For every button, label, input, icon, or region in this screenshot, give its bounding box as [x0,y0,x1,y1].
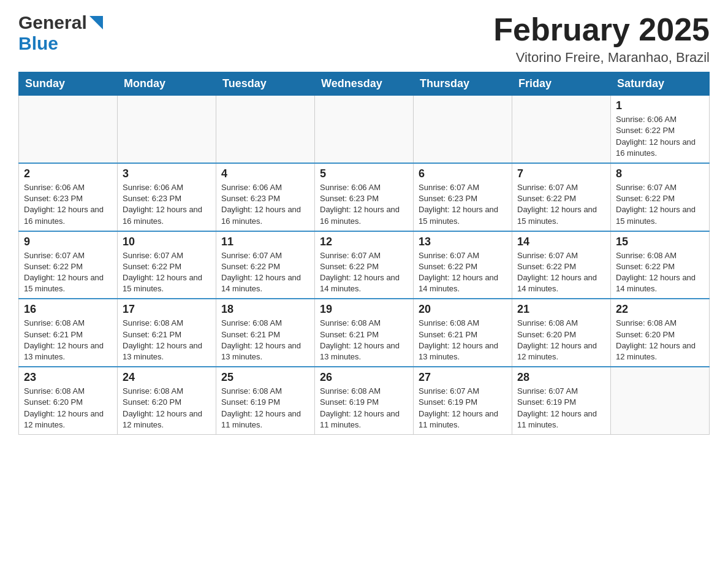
calendar-cell: 16Sunrise: 6:08 AM Sunset: 6:21 PM Dayli… [19,299,118,367]
day-info: Sunrise: 6:07 AM Sunset: 6:22 PM Dayligh… [517,182,605,227]
day-info: Sunrise: 6:06 AM Sunset: 6:23 PM Dayligh… [320,182,408,227]
svg-marker-0 [89,16,103,29]
day-number: 17 [123,303,211,316]
day-number: 6 [419,167,507,180]
day-number: 20 [419,303,507,316]
day-number: 7 [517,167,605,180]
day-info: Sunrise: 6:08 AM Sunset: 6:19 PM Dayligh… [320,386,408,431]
day-number: 28 [517,371,605,384]
calendar-cell: 28Sunrise: 6:07 AM Sunset: 6:19 PM Dayli… [512,367,611,434]
day-info: Sunrise: 6:07 AM Sunset: 6:22 PM Dayligh… [419,250,507,295]
day-number: 21 [517,303,605,316]
day-number: 9 [24,236,112,248]
calendar-body: 1Sunrise: 6:06 AM Sunset: 6:22 PM Daylig… [19,96,710,435]
day-info: Sunrise: 6:07 AM Sunset: 6:23 PM Dayligh… [419,182,507,227]
day-number: 13 [419,236,507,248]
logo-general-text: General [18,12,87,33]
calendar-week-5: 23Sunrise: 6:08 AM Sunset: 6:20 PM Dayli… [19,367,710,434]
day-info: Sunrise: 6:08 AM Sunset: 6:20 PM Dayligh… [123,386,211,431]
header-wednesday: Wednesday [315,72,414,96]
calendar-cell: 20Sunrise: 6:08 AM Sunset: 6:21 PM Dayli… [414,299,512,367]
day-number: 27 [419,371,507,384]
day-number: 15 [616,236,704,248]
calendar-cell: 2Sunrise: 6:06 AM Sunset: 6:23 PM Daylig… [19,163,118,231]
day-info: Sunrise: 6:07 AM Sunset: 6:22 PM Dayligh… [616,182,704,227]
calendar-cell: 6Sunrise: 6:07 AM Sunset: 6:23 PM Daylig… [414,163,512,231]
day-number: 5 [320,167,408,180]
day-info: Sunrise: 6:07 AM Sunset: 6:22 PM Dayligh… [24,250,112,295]
calendar-cell [216,96,315,163]
day-number: 18 [221,303,309,316]
calendar-cell: 21Sunrise: 6:08 AM Sunset: 6:20 PM Dayli… [512,299,611,367]
month-title: February 2025 [493,12,710,47]
header-tuesday: Tuesday [216,72,315,96]
day-header-row: Sunday Monday Tuesday Wednesday Thursday… [19,72,710,96]
header-thursday: Thursday [414,72,512,96]
calendar-week-2: 2Sunrise: 6:06 AM Sunset: 6:23 PM Daylig… [19,163,710,231]
calendar-cell: 11Sunrise: 6:07 AM Sunset: 6:22 PM Dayli… [216,231,315,299]
day-info: Sunrise: 6:08 AM Sunset: 6:21 PM Dayligh… [419,318,507,362]
calendar-cell [315,96,414,163]
day-info: Sunrise: 6:08 AM Sunset: 6:21 PM Dayligh… [24,318,112,362]
calendar-cell: 23Sunrise: 6:08 AM Sunset: 6:20 PM Dayli… [19,367,118,434]
calendar-cell: 8Sunrise: 6:07 AM Sunset: 6:22 PM Daylig… [611,163,710,231]
calendar-cell: 1Sunrise: 6:06 AM Sunset: 6:22 PM Daylig… [611,96,710,163]
header-friday: Friday [512,72,611,96]
calendar-cell [512,96,611,163]
page-header: General Blue February 2025 Vitorino Frei… [18,12,710,66]
calendar-cell: 5Sunrise: 6:06 AM Sunset: 6:23 PM Daylig… [315,163,414,231]
day-number: 3 [123,167,211,180]
calendar-cell: 4Sunrise: 6:06 AM Sunset: 6:23 PM Daylig… [216,163,315,231]
location-subtitle: Vitorino Freire, Maranhao, Brazil [493,50,710,66]
calendar-week-1: 1Sunrise: 6:06 AM Sunset: 6:22 PM Daylig… [19,96,710,163]
logo-blue-text: Blue [18,33,58,53]
calendar-cell: 7Sunrise: 6:07 AM Sunset: 6:22 PM Daylig… [512,163,611,231]
calendar-cell: 3Sunrise: 6:06 AM Sunset: 6:23 PM Daylig… [118,163,216,231]
day-info: Sunrise: 6:06 AM Sunset: 6:23 PM Dayligh… [24,182,112,227]
calendar-cell [118,96,216,163]
day-number: 23 [24,371,112,384]
calendar-cell: 27Sunrise: 6:07 AM Sunset: 6:19 PM Dayli… [414,367,512,434]
day-number: 22 [616,303,704,316]
day-number: 14 [517,236,605,248]
day-number: 11 [221,236,309,248]
day-info: Sunrise: 6:06 AM Sunset: 6:23 PM Dayligh… [221,182,309,227]
day-info: Sunrise: 6:06 AM Sunset: 6:23 PM Dayligh… [123,182,211,227]
calendar-cell [19,96,118,163]
day-number: 10 [123,236,211,248]
day-number: 24 [123,371,211,384]
calendar-cell: 9Sunrise: 6:07 AM Sunset: 6:22 PM Daylig… [19,231,118,299]
day-number: 25 [221,371,309,384]
day-info: Sunrise: 6:08 AM Sunset: 6:22 PM Dayligh… [616,250,704,295]
calendar-cell: 15Sunrise: 6:08 AM Sunset: 6:22 PM Dayli… [611,231,710,299]
day-info: Sunrise: 6:07 AM Sunset: 6:22 PM Dayligh… [517,250,605,295]
title-area: February 2025 Vitorino Freire, Maranhao,… [493,12,710,66]
day-number: 1 [616,99,704,112]
calendar-cell: 26Sunrise: 6:08 AM Sunset: 6:19 PM Dayli… [315,367,414,434]
header-saturday: Saturday [611,72,710,96]
day-number: 4 [221,167,309,180]
calendar-cell [611,367,710,434]
calendar-header: Sunday Monday Tuesday Wednesday Thursday… [19,72,710,96]
calendar-week-3: 9Sunrise: 6:07 AM Sunset: 6:22 PM Daylig… [19,231,710,299]
calendar-cell: 17Sunrise: 6:08 AM Sunset: 6:21 PM Dayli… [118,299,216,367]
header-monday: Monday [118,72,216,96]
calendar-cell: 19Sunrise: 6:08 AM Sunset: 6:21 PM Dayli… [315,299,414,367]
calendar-week-4: 16Sunrise: 6:08 AM Sunset: 6:21 PM Dayli… [19,299,710,367]
day-info: Sunrise: 6:08 AM Sunset: 6:21 PM Dayligh… [123,318,211,362]
day-info: Sunrise: 6:07 AM Sunset: 6:22 PM Dayligh… [320,250,408,295]
day-number: 12 [320,236,408,248]
day-number: 19 [320,303,408,316]
logo: General Blue [18,12,103,54]
day-info: Sunrise: 6:08 AM Sunset: 6:20 PM Dayligh… [517,318,605,362]
day-info: Sunrise: 6:07 AM Sunset: 6:22 PM Dayligh… [221,250,309,295]
calendar-cell: 25Sunrise: 6:08 AM Sunset: 6:19 PM Dayli… [216,367,315,434]
day-info: Sunrise: 6:07 AM Sunset: 6:22 PM Dayligh… [123,250,211,295]
day-number: 26 [320,371,408,384]
calendar-cell: 18Sunrise: 6:08 AM Sunset: 6:21 PM Dayli… [216,299,315,367]
day-number: 2 [24,167,112,180]
day-info: Sunrise: 6:08 AM Sunset: 6:20 PM Dayligh… [24,386,112,431]
logo-arrow-icon [89,16,103,29]
day-info: Sunrise: 6:06 AM Sunset: 6:22 PM Dayligh… [616,114,704,159]
header-sunday: Sunday [19,72,118,96]
